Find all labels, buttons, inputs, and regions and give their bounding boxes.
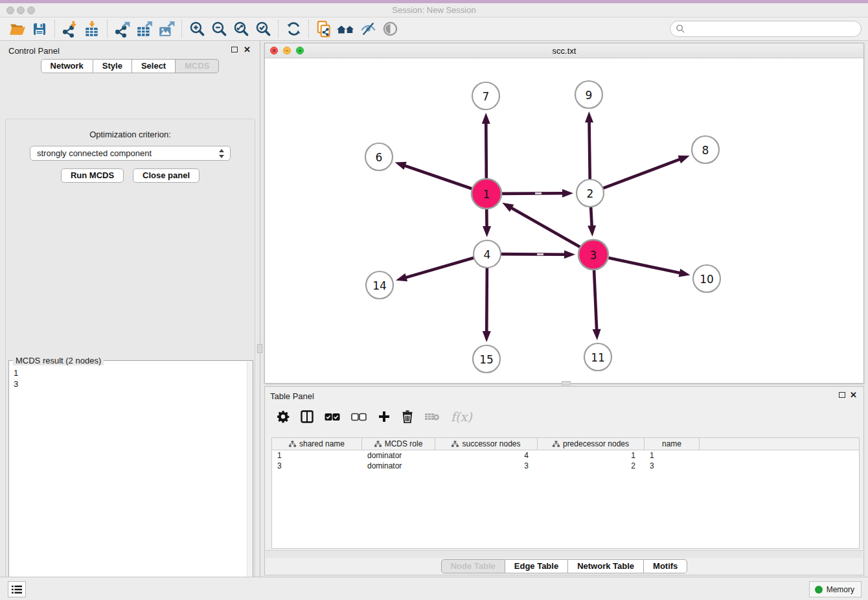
graph-edge-2-8[interactable] [603,159,681,188]
tab-network-table[interactable]: Network Table [568,559,644,573]
graph-edge-1-6[interactable] [404,165,472,189]
two-panel-button[interactable] [301,410,314,423]
close-panel-icon[interactable]: ✕ [244,45,251,54]
column-header-successor-nodes[interactable]: successor nodes [435,438,538,450]
cell-mcds-role: dominator [362,461,435,471]
delete-table-button[interactable] [424,411,440,422]
float-table-panel-icon[interactable] [839,392,845,398]
close-table-panel-icon[interactable]: ✕ [850,390,857,400]
table-tabs: Node Table Edge Table Network Table Moti… [265,559,863,573]
open-session-button[interactable] [6,19,29,39]
close-panel-button[interactable]: Close panel [133,168,200,183]
graph-node-label: 10 [700,273,714,286]
add-column-button[interactable] [378,410,391,423]
trash-icon [402,410,413,423]
show-all-button[interactable] [379,19,401,39]
graph-edge-1-2[interactable] [501,193,564,194]
column-header-name[interactable]: name [645,438,700,450]
zoom-fit-icon [233,20,250,38]
graph-edge-3-1[interactable] [510,207,580,247]
cell-predecessor-nodes: 1 [538,450,645,461]
network-window-titlebar[interactable]: ✕ − + scc.txt [265,43,863,58]
task-history-button[interactable] [8,581,26,597]
graph-edge-2-9[interactable] [589,121,590,179]
edge-arrowhead [564,250,575,259]
plus-icon [378,410,391,423]
node-table-header: shared name MCDS role successor nodes pr… [272,438,859,450]
horizontal-splitter-grip[interactable] [562,381,571,386]
tab-style[interactable]: Style [93,59,132,73]
save-session-button[interactable] [29,19,51,39]
table-panel: Table Panel ✕ [264,386,864,575]
graph-edge-3-11[interactable] [594,270,597,330]
function-builder-button[interactable]: f(x) [451,410,472,424]
table-row[interactable]: 3 dominator 3 2 3 [272,461,859,471]
edge-label-mark [537,253,543,255]
tab-motifs[interactable]: Motifs [644,559,687,573]
result-scrollbar[interactable] [247,362,253,600]
tab-edge-table[interactable]: Edge Table [505,559,568,573]
delete-column-button[interactable] [402,410,413,423]
tab-node-table[interactable]: Node Table [441,559,505,573]
refresh-button[interactable] [282,19,304,39]
column-header-mcds-role[interactable]: MCDS role [362,438,435,450]
export-image-button[interactable] [155,19,177,39]
search-input[interactable] [685,23,861,36]
panel-splitter-grip[interactable] [257,344,262,353]
table-row[interactable]: 1 dominator 4 1 1 [272,450,859,461]
graph-edge-4-15[interactable] [486,268,487,332]
column-header-shared-name[interactable]: shared name [272,438,362,450]
cell-name: 3 [645,461,700,471]
mcds-result-text[interactable]: 1 3 [9,363,246,600]
mcds-result-group: MCDS result (2 nodes) 1 3 [8,360,253,600]
refresh-icon [285,20,303,38]
network-document-icon [315,20,333,38]
export-network-icon [114,21,131,38]
column-header-predecessor-nodes[interactable]: predecessor nodes [538,438,645,450]
hide-selected-button[interactable] [357,19,379,39]
control-panel-header: Control Panel ✕ [0,41,260,59]
graph-edge-1-7[interactable] [486,122,486,179]
optimization-criterion-label: Optimization criterion: [6,130,255,139]
graph-node-label: 6 [376,151,383,164]
zoom-in-button[interactable] [186,19,208,39]
tab-mcds[interactable]: MCDS [176,59,219,73]
os-titlebar: Session: New Session [0,0,868,17]
criterion-dropdown[interactable]: strongly connected component [30,146,231,161]
graph-edge-2-3[interactable] [591,207,592,227]
first-neighbors-button[interactable] [335,19,357,39]
zoom-out-button[interactable] [208,19,230,39]
network-view-window: ✕ − + scc.txt 1234678910111415 [264,43,864,384]
new-network-from-selection-button[interactable] [313,19,335,39]
tab-network[interactable]: Network [41,59,93,73]
import-network-button[interactable] [59,19,81,39]
edge-arrowhead [395,162,407,170]
column-settings-button[interactable] [277,410,290,423]
export-network-button[interactable] [111,19,133,39]
zoom-selected-button[interactable] [252,19,274,39]
graph-edge-4-14[interactable] [405,258,474,278]
graph-edge-3-10[interactable] [608,258,681,273]
search-field[interactable] [670,21,862,37]
zoom-fit-button[interactable] [230,19,252,39]
import-table-button[interactable] [81,19,103,39]
cell-shared-name: 1 [272,450,362,461]
export-table-button[interactable] [133,19,155,39]
zoom-in-icon [188,20,206,38]
eye-slash-icon [360,20,377,38]
import-network-icon [62,21,78,38]
memory-button[interactable]: Memory [809,581,862,597]
graph-node-label: 8 [702,144,709,157]
run-mcds-button[interactable]: Run MCDS [61,168,124,183]
graph-edge-4-3[interactable] [501,254,565,255]
select-all-button[interactable] [325,413,340,421]
network-canvas-area[interactable]: 1234678910111415 [265,58,863,383]
attribute-tree-icon [451,441,459,448]
deselect-all-button[interactable] [351,413,367,421]
session-title: Session: New Session [0,5,868,15]
import-table-icon [84,21,100,38]
tab-select[interactable]: Select [132,59,176,73]
network-canvas[interactable]: 1234678910111415 [265,58,863,383]
float-panel-icon[interactable] [231,47,238,52]
table-scrollbar-strip[interactable] [266,550,863,558]
